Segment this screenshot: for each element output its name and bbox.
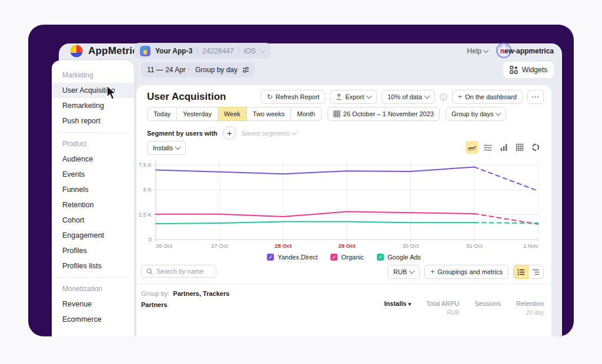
sidebar-item-ecommerce[interactable]: Ecommerce	[52, 312, 134, 327]
sidebar-nav: MarketingUser AcquisitionRemarketingPush…	[52, 60, 134, 336]
tab-two-weeks[interactable]: Two weeks	[247, 107, 291, 121]
search-input[interactable]: Search by name	[141, 265, 216, 278]
report-date-range-button[interactable]: 26 October – 1 November 2023	[327, 107, 440, 121]
app-id: 24226447	[202, 47, 233, 55]
report-group-by-button[interactable]: Group by days	[446, 107, 507, 121]
legend-item-organic[interactable]: ✓Organic	[330, 254, 364, 261]
sidebar-divider	[56, 132, 129, 133]
segment-label: Segment by users with	[147, 130, 218, 137]
sidebar-item-profiles-lists[interactable]: Profiles lists	[52, 258, 134, 274]
tab-yesterday[interactable]: Yesterday	[177, 107, 218, 121]
global-group-by-label: Group by days	[195, 66, 241, 74]
widgets-button[interactable]: Widgets	[503, 62, 554, 78]
sampling-button[interactable]: 10% of data	[382, 90, 435, 104]
group-by-value[interactable]: Partners, Trackers	[173, 290, 229, 297]
legend-label: Google Ads	[387, 254, 421, 261]
appmetrica-logo-icon	[69, 44, 83, 58]
sidebar-item-funnels[interactable]: Funnels	[52, 182, 134, 197]
more-icon: ···	[531, 93, 540, 100]
legend-item-yandex-direct[interactable]: ✓Yandex.Direct	[267, 254, 317, 261]
refresh-icon: ↻	[267, 93, 273, 100]
app-platform: iOS	[244, 47, 256, 55]
groupings-metrics-button[interactable]: + Groupings and metrics	[424, 265, 509, 279]
sidebar-item-cohort[interactable]: Cohort	[52, 213, 134, 228]
refresh-report-button[interactable]: ↻ Refresh Report	[261, 90, 326, 104]
sliders-icon	[242, 66, 250, 74]
chevron-down-icon	[366, 93, 372, 99]
table-controls: RUB + Groupings and metrics	[387, 265, 544, 279]
filters-button[interactable]	[238, 62, 253, 77]
checkbox-icon: ✓	[267, 254, 274, 261]
report-date-range-label: 26 October – 1 November 2023	[343, 110, 434, 117]
sidebar-item-audience[interactable]: Audience	[52, 151, 134, 167]
column-sublabel: 20 day	[516, 309, 544, 316]
tab-week[interactable]: Week	[218, 107, 247, 121]
column-label: Total ARPU	[426, 300, 459, 307]
column-label: Installs ▾	[384, 300, 412, 307]
svg-text:2.5 K: 2.5 K	[139, 211, 152, 218]
sort-desc-icon: ▾	[408, 301, 411, 307]
help-menu[interactable]: Help	[467, 47, 488, 55]
plus-icon: +	[458, 93, 462, 100]
chevron-down-icon	[424, 93, 430, 99]
tab-today[interactable]: Today	[147, 107, 177, 121]
tree-view-button[interactable]	[529, 265, 544, 279]
app-name: Your App-3	[155, 47, 192, 55]
group-by-label: Group by:	[141, 290, 169, 297]
list-view-button[interactable]	[513, 265, 529, 279]
saved-segments-dropdown[interactable]: Saved segments	[242, 130, 296, 137]
groupings-metrics-label: Groupings and metrics	[437, 268, 503, 275]
chevron-down-icon	[175, 144, 181, 150]
chevron-down-icon	[291, 129, 297, 135]
svg-text:26 Oct: 26 Oct	[156, 242, 172, 249]
column-sublabel	[474, 309, 501, 316]
saved-segments-label: Saved segments	[242, 130, 290, 137]
table-row-header: Partners	[141, 301, 168, 308]
account-name[interactable]: new-appmetrica	[500, 47, 554, 55]
legend-item-google-ads[interactable]: ✓Google Ads	[377, 254, 421, 261]
info-icon[interactable]	[440, 93, 447, 101]
period-tabs: TodayYesterdayWeekTwo weeksMonth	[147, 107, 322, 121]
svg-text:28 Oct: 28 Oct	[275, 242, 292, 249]
search-placeholder: Search by name	[156, 268, 203, 275]
column-label: Sessions	[474, 300, 501, 307]
sidebar-item-engagement[interactable]: Engagement	[52, 228, 134, 243]
chart-plot[interactable]: 02.5 K5 K7.5 K26 Oct27 Oct28 Oct29 Oct30…	[136, 150, 551, 251]
sidebar-item-profiles[interactable]: Profiles	[52, 243, 134, 258]
on-dashboard-button[interactable]: + On the dashboard	[452, 90, 523, 104]
app-selector[interactable]: Your App-3 24226447 iOS	[134, 43, 270, 59]
export-button[interactable]: Export	[330, 90, 377, 104]
segment-row: Segment by users with + Saved segments	[147, 126, 296, 140]
search-icon	[146, 268, 153, 275]
svg-text:30 Oct: 30 Oct	[402, 242, 419, 249]
page-title: User Acquisition	[147, 91, 226, 103]
column-sublabel: RUB	[426, 309, 459, 316]
tab-month[interactable]: Month	[291, 107, 322, 121]
report-actions: ↻ Refresh Report Export 10% of data	[261, 90, 544, 104]
svg-text:29 Oct: 29 Oct	[338, 242, 356, 249]
chevron-down-icon	[496, 110, 501, 116]
table-toolbar: Search by name RUB + Groupings and metri…	[136, 265, 551, 279]
legend-label: Yandex.Direct	[277, 254, 317, 261]
sampling-label: 10% of data	[387, 93, 422, 100]
divider	[136, 284, 551, 284]
mouse-cursor-icon	[106, 86, 120, 101]
report-panel: User Acquisition ↻ Refresh Report Export…	[136, 85, 551, 336]
column-retention[interactable]: Retention20 day	[516, 300, 544, 316]
sidebar-item-push-report[interactable]: Push report	[52, 113, 134, 129]
global-date-range-label: 11 — 24 Apr	[147, 66, 186, 74]
column-installs[interactable]: Installs ▾	[384, 300, 412, 316]
chart-legend: ✓Yandex.Direct✓Organic✓Google Ads	[136, 254, 551, 261]
sidebar-item-remarketing[interactable]: Remarketing	[52, 98, 134, 113]
sidebar-item-user-acquisition[interactable]: User Acquisition	[52, 83, 134, 98]
column-total-arpu[interactable]: Total ARPURUB	[426, 300, 459, 316]
add-segment-button[interactable]: +	[223, 126, 236, 140]
currency-selector[interactable]: RUB	[387, 265, 420, 279]
sidebar-item-revenue[interactable]: Revenue	[52, 296, 134, 312]
appmetrica-logo[interactable]: AppMetrica	[69, 44, 144, 58]
sidebar-item-retention[interactable]: Retention	[52, 197, 134, 213]
more-menu-button[interactable]: ···	[527, 90, 544, 104]
chevron-down-icon	[259, 47, 265, 53]
sidebar-item-events[interactable]: Events	[52, 167, 134, 182]
column-sessions[interactable]: Sessions	[474, 300, 501, 316]
